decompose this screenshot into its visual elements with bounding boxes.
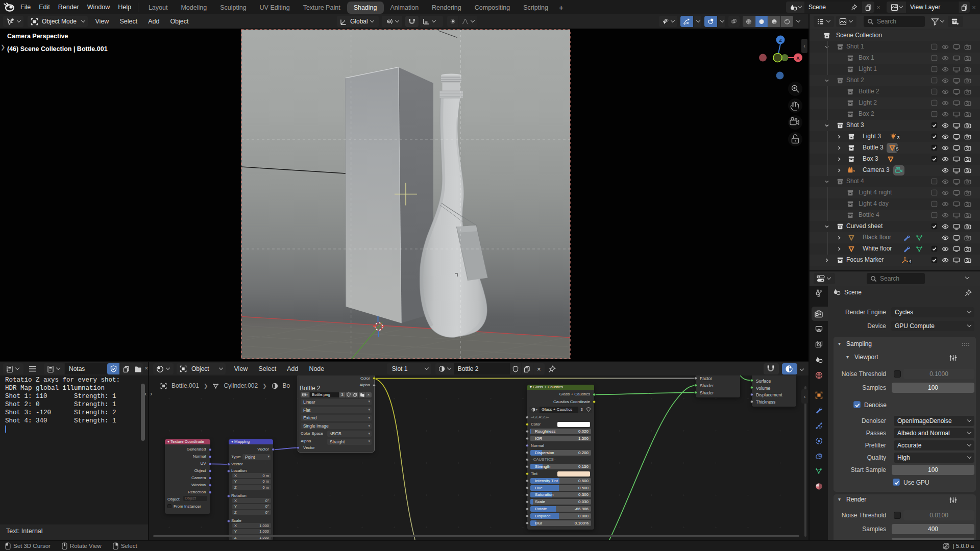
svg-text:X: X [796, 55, 800, 61]
svg-text:‹: ‹ [803, 43, 805, 49]
svg-text:Z: Z [779, 37, 782, 43]
